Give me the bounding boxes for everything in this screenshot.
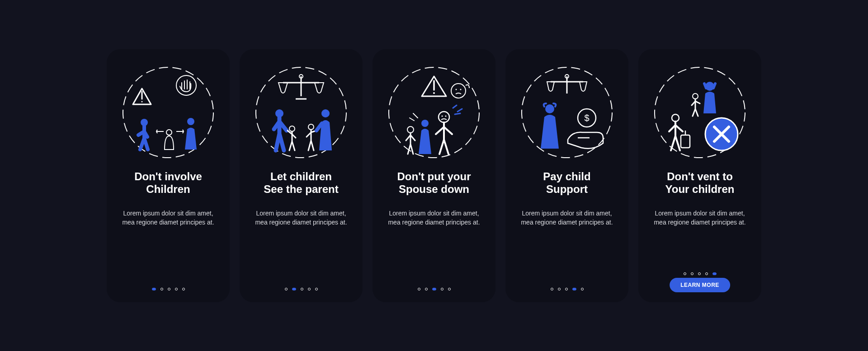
svg-point-26 [421,120,429,127]
svg-point-37 [672,114,679,122]
card-title: Don't put yourSpouse down [397,170,471,197]
onboarding-card-3: Don't put yourSpouse down Lorem ipsum do… [373,49,495,302]
dot-4[interactable] [572,288,576,290]
svg-point-24 [445,115,447,117]
dot-5[interactable] [315,288,318,290]
svg-point-5 [166,130,172,135]
dot-5[interactable] [581,288,584,290]
card-body: Lorem ipsum dolor sit dim amet, mea regi… [515,209,618,227]
svg-point-36 [693,94,698,99]
dot-3[interactable] [432,288,436,290]
dot-1[interactable] [684,272,686,275]
svg-point-23 [442,115,443,117]
dot-1[interactable] [418,288,420,290]
dot-5[interactable] [712,272,717,275]
card-title: Pay childSupport [543,170,590,197]
dot-3[interactable] [168,288,170,290]
card-body: Lorem ipsum dolor sit dim amet, mea regi… [382,209,486,227]
svg-point-20 [456,89,457,90]
svg-point-18 [433,92,435,94]
page-indicator [240,288,363,290]
let-children-see-parent-icon [252,64,350,161]
svg-point-31 [545,104,554,113]
dot-4[interactable] [441,288,443,290]
dot-2[interactable] [691,272,693,275]
dot-3[interactable] [565,288,568,290]
dont-vent-to-children-icon [651,64,749,161]
svg-point-13 [308,124,314,130]
dot-1[interactable] [285,288,288,290]
svg-point-25 [407,126,414,133]
svg-point-19 [451,84,466,98]
dot-4[interactable] [308,288,311,290]
dot-1[interactable] [152,288,156,290]
svg-rect-38 [681,135,690,148]
card-body: Lorem ipsum dolor sit dim amet, mea regi… [117,209,220,227]
dot-4[interactable] [175,288,178,290]
svg-point-3 [176,75,196,95]
dot-5[interactable] [448,288,451,290]
card-title: Don't involveChildren [134,170,202,197]
card-body: Lorem ipsum dolor sit dim amet, mea regi… [250,209,353,227]
page-indicator [638,272,761,275]
onboarding-card-2: Let childrenSee the parent Lorem ipsum d… [240,49,363,302]
dot-2[interactable] [292,288,296,290]
svg-point-2 [142,101,143,102]
dot-3[interactable] [301,288,303,290]
svg-text:$: $ [584,113,589,123]
dot-2[interactable] [558,288,561,290]
dont-put-spouse-down-icon [385,64,483,161]
page-indicator [107,288,230,290]
dot-4[interactable] [705,272,708,275]
svg-point-22 [439,112,449,122]
onboarding-card-1: Don't involveChildren Lorem ipsum dolor … [107,49,230,302]
svg-point-14 [321,109,330,117]
card-title: Let childrenSee the parent [264,170,338,197]
dot-2[interactable] [160,288,163,290]
page-indicator [373,288,495,290]
dot-5[interactable] [182,288,185,290]
dot-3[interactable] [698,272,701,275]
learn-more-button[interactable]: LEARN MORE [670,278,730,292]
onboarding-card-5: Don't vent toYour children Lorem ipsum d… [638,49,761,302]
dot-1[interactable] [551,288,553,290]
svg-point-0 [123,67,213,158]
svg-point-6 [187,118,194,125]
svg-point-21 [460,89,462,90]
pay-child-support-icon: $ [518,64,616,161]
card-title: Don't vent toYour children [665,170,735,197]
page-indicator [505,288,628,290]
dont-involve-children-icon [119,64,217,161]
onboarding-card-4: $ Pay childSupport Lorem ipsum dolor sit… [505,49,628,302]
dot-2[interactable] [425,288,428,290]
svg-point-12 [289,126,295,131]
card-body: Lorem ipsum dolor sit dim amet, mea regi… [648,209,751,227]
